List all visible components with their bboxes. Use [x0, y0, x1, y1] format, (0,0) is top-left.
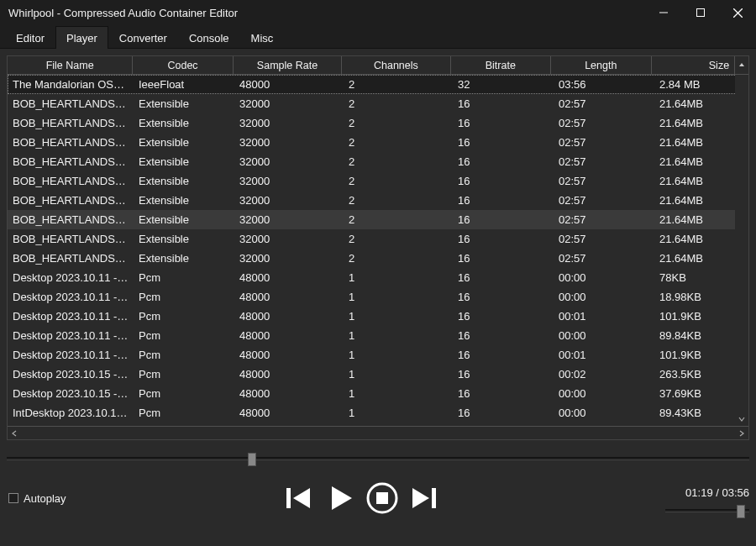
cell: 16 [453, 97, 554, 110]
cell: Pcm [134, 407, 234, 419]
table-row[interactable]: BOB_HEARTLANDS_AM...Extensible3200021602… [8, 249, 748, 268]
cell: 21.64MB [654, 155, 738, 168]
play-button[interactable] [323, 481, 357, 515]
table-row[interactable]: BOB_HEARTLANDS_AM...Extensible3200021602… [8, 113, 748, 133]
cell: 48000 [234, 271, 344, 284]
cell: Pcm [134, 271, 234, 284]
vertical-scrollbar[interactable] [735, 75, 748, 426]
cell: 16 [453, 117, 554, 129]
window-title: Whirlpool - Compressed Audio Container E… [8, 7, 645, 19]
table-row[interactable]: BOB_HEARTLANDS_AM...Extensible3200021602… [8, 133, 748, 152]
table-row[interactable]: IntDesktop 2023.10.15 -...Pcm4800011600:… [8, 403, 748, 423]
cell: 48000 [234, 329, 344, 342]
table-row[interactable]: Desktop 2023.10.15 - 19...Pcm4800011600:… [8, 365, 748, 384]
table-row[interactable]: Desktop 2023.10.11 - 12...Pcm4800011600:… [8, 307, 748, 326]
volume-thumb[interactable] [737, 505, 745, 518]
table-row[interactable]: Desktop 2023.10.11 - 12...Pcm4800011600:… [8, 345, 748, 365]
cell: 16 [453, 368, 554, 381]
scroll-left-icon[interactable] [8, 427, 21, 439]
autoplay-label: Autoplay [24, 492, 66, 505]
stop-button[interactable] [365, 481, 399, 515]
cell: The Mandalorian OST -... [8, 78, 134, 91]
seek-track[interactable] [7, 457, 749, 460]
tab-converter[interactable]: Converter [108, 26, 178, 49]
cell: 21.64MB [654, 97, 738, 110]
transport-bar: Autoplay [7, 477, 749, 519]
time-and-volume: 01:19 / 03:56 [657, 485, 749, 512]
cell: Extensible [134, 194, 234, 207]
cell: 16 [453, 310, 554, 323]
scroll-down-icon[interactable] [735, 412, 748, 426]
table-row[interactable]: Desktop 2023.10.11 - 12...Pcm4800011600:… [8, 326, 748, 345]
tab-console[interactable]: Console [178, 26, 240, 49]
col-length[interactable]: Length [551, 56, 651, 74]
cell: BOB_HEARTLANDS_AM... [8, 233, 134, 245]
playback-time: 01:19 / 03:56 [657, 485, 749, 499]
sort-indicator-icon[interactable] [735, 56, 748, 74]
cell: 21.64MB [654, 213, 738, 226]
cell: 48000 [234, 368, 344, 381]
table-row[interactable]: BOB_HEARTLANDS_AM...Extensible3200021602… [8, 210, 748, 229]
next-button[interactable] [407, 481, 441, 515]
tab-player[interactable]: Player [55, 26, 108, 49]
seek-thumb[interactable] [248, 453, 256, 466]
col-samplerate[interactable]: Sample Rate [234, 56, 342, 74]
cell: 101.9KB [654, 310, 738, 323]
table-row[interactable]: Desktop 2023.10.11 - 12...Pcm4800011600:… [8, 268, 748, 287]
autoplay-checkbox[interactable] [8, 493, 18, 503]
cell: 1 [344, 310, 453, 323]
cell: 00:00 [554, 329, 654, 342]
col-codec[interactable]: Codec [133, 56, 233, 74]
tab-misc[interactable]: Misc [240, 26, 285, 49]
cell: BOB_HEARTLANDS_AM... [8, 155, 134, 168]
cell: 32000 [234, 194, 344, 207]
table-row[interactable]: Desktop 2023.10.11 - 12...Pcm4800011600:… [8, 287, 748, 307]
cell: 02:57 [554, 233, 654, 245]
cell: 16 [453, 155, 554, 168]
cell: Extensible [134, 117, 234, 129]
autoplay-toggle[interactable]: Autoplay [8, 492, 66, 505]
cell: 18.98KB [654, 291, 738, 303]
cell: 32000 [234, 233, 344, 245]
table-row[interactable]: BOB_HEARTLANDS_AM...Extensible3200021602… [8, 152, 748, 171]
cell: 78KB [654, 271, 738, 284]
cell: 89.84KB [654, 329, 738, 342]
cell: 16 [453, 252, 554, 265]
cell: Extensible [134, 233, 234, 245]
cell: 03:56 [554, 78, 654, 91]
cell: 2 [344, 213, 453, 226]
maximize-button[interactable] [682, 0, 719, 25]
col-filename[interactable]: File Name [8, 56, 133, 74]
table-row[interactable]: BOB_HEARTLANDS_AM...Extensible3200021602… [8, 229, 748, 249]
table-row[interactable]: Desktop 2023.10.15 - 22...Pcm4800011600:… [8, 384, 748, 403]
cell: Extensible [134, 175, 234, 187]
cell: Pcm [134, 349, 234, 361]
cell: 1 [344, 407, 453, 419]
cell: 16 [453, 271, 554, 284]
prev-button[interactable] [281, 481, 315, 515]
scroll-right-icon[interactable] [735, 427, 748, 439]
minimize-button[interactable] [645, 0, 682, 25]
hscroll-track[interactable] [21, 427, 735, 439]
table-row[interactable]: BOB_HEARTLANDS_AM...Extensible3200021602… [8, 191, 748, 210]
close-button[interactable] [719, 0, 756, 25]
table-row[interactable]: BOB_HEARTLANDS_AM...Extensible3200021602… [8, 171, 748, 191]
cell: 02:57 [554, 252, 654, 265]
cell: Pcm [134, 329, 234, 342]
cell: 21.64MB [654, 252, 738, 265]
col-bitrate[interactable]: Bitrate [451, 56, 551, 74]
table-row[interactable]: The Mandalorian OST -...IeeeFloat4800023… [8, 75, 748, 94]
table-row[interactable]: Litchfield.wavPcm4800011600:02263.5KB [8, 423, 748, 426]
tab-editor[interactable]: Editor [5, 26, 55, 49]
seek-slider[interactable] [7, 452, 749, 465]
col-channels[interactable]: Channels [342, 56, 450, 74]
horizontal-scrollbar[interactable] [8, 426, 748, 439]
svg-rect-4 [432, 488, 436, 508]
table-row[interactable]: BOB_HEARTLANDS_AM...Extensible3200021602… [8, 94, 748, 113]
cell: Desktop 2023.10.11 - 12... [8, 291, 134, 303]
col-size[interactable]: Size [652, 56, 736, 74]
scroll-track[interactable] [735, 75, 748, 412]
cell: BOB_HEARTLANDS_AM... [8, 117, 134, 129]
cell: BOB_HEARTLANDS_AM... [8, 213, 134, 226]
volume-slider[interactable] [665, 509, 749, 512]
